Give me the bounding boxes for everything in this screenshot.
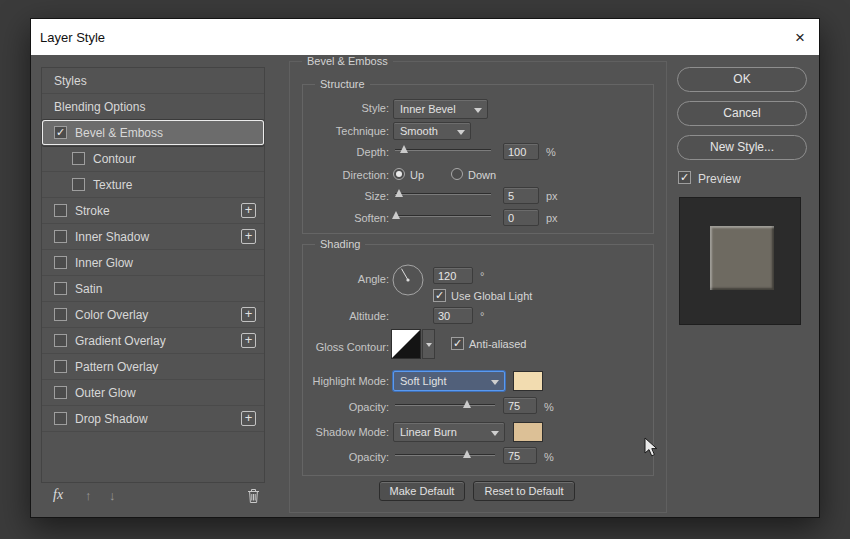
shadow-color-swatch[interactable] xyxy=(513,422,543,442)
direction-up-radio[interactable] xyxy=(393,168,405,180)
angle-input[interactable] xyxy=(433,267,473,284)
sidebar-item-outer-glow[interactable]: Outer Glow xyxy=(42,380,264,406)
fx-icon[interactable]: fx xyxy=(53,487,63,503)
angle-label: Angle: xyxy=(303,273,389,285)
reset-to-default-button[interactable]: Reset to Default xyxy=(473,481,575,501)
checkbox-unchecked[interactable] xyxy=(54,256,67,269)
depth-input[interactable] xyxy=(503,143,539,160)
close-icon[interactable]: × xyxy=(795,29,805,46)
angle-dial[interactable] xyxy=(391,263,425,301)
preview-bevel-square xyxy=(710,226,774,290)
sidebar-item-color-overlay[interactable]: Color Overlay + xyxy=(42,302,264,328)
altitude-input[interactable] xyxy=(433,307,473,324)
technique-dropdown[interactable]: Smooth xyxy=(393,122,471,140)
soften-unit: px xyxy=(546,212,558,224)
new-style-button[interactable]: New Style... xyxy=(677,135,807,160)
add-instance-icon[interactable]: + xyxy=(241,307,256,322)
sidebar-item-contour[interactable]: Contour xyxy=(42,146,264,172)
size-slider[interactable] xyxy=(395,186,491,200)
sidebar-item-stroke[interactable]: Stroke + xyxy=(42,198,264,224)
sidebar-footer: fx ↑ ↓ xyxy=(41,487,265,507)
slider-thumb[interactable] xyxy=(463,400,471,408)
angle-unit: ° xyxy=(480,270,484,282)
ok-button[interactable]: OK xyxy=(677,67,807,92)
sidebar-item-drop-shadow[interactable]: Drop Shadow + xyxy=(42,406,264,432)
slider-thumb[interactable] xyxy=(463,450,471,458)
slider-thumb[interactable] xyxy=(395,189,403,197)
soften-input[interactable] xyxy=(503,209,539,226)
checkbox-checked[interactable]: ✓ xyxy=(54,126,67,139)
add-instance-icon[interactable]: + xyxy=(241,411,256,426)
altitude-label: Altitude: xyxy=(303,310,389,322)
sidebar-item-styles[interactable]: Styles xyxy=(42,68,264,94)
chevron-down-icon xyxy=(457,130,465,135)
highlight-opacity-input[interactable] xyxy=(503,397,537,414)
cancel-button[interactable]: Cancel xyxy=(677,101,807,126)
checkbox-unchecked[interactable] xyxy=(72,152,85,165)
make-default-button[interactable]: Make Default xyxy=(379,481,465,501)
sidebar-item-label: Contour xyxy=(93,152,136,166)
highlight-opacity-slider[interactable] xyxy=(395,397,495,411)
checkbox-unchecked[interactable] xyxy=(54,360,67,373)
contour-thumbnail[interactable] xyxy=(391,329,421,359)
highlight-color-swatch[interactable] xyxy=(513,371,543,391)
slider-thumb[interactable] xyxy=(400,145,408,153)
style-dropdown[interactable]: Inner Bevel xyxy=(393,99,488,119)
sidebar-item-inner-glow[interactable]: Inner Glow xyxy=(42,250,264,276)
chevron-down-icon xyxy=(474,108,482,113)
soften-slider[interactable] xyxy=(395,208,491,222)
slider-track xyxy=(395,149,491,151)
preview-label: Preview xyxy=(698,172,741,186)
move-down-icon[interactable]: ↓ xyxy=(109,488,116,503)
sidebar-item-label: Inner Shadow xyxy=(75,230,149,244)
sidebar-item-texture[interactable]: Texture xyxy=(42,172,264,198)
shadow-mode-dropdown[interactable]: Linear Burn xyxy=(393,422,505,442)
anti-aliased-checkbox[interactable]: ✓ xyxy=(451,337,464,350)
contour-dropdown-button[interactable] xyxy=(422,329,435,359)
styles-list: Styles Blending Options ✓ Bevel & Emboss… xyxy=(41,67,265,483)
highlight-mode-value: Soft Light xyxy=(400,375,446,387)
checkbox-unchecked[interactable] xyxy=(54,412,67,425)
shadow-mode-value: Linear Burn xyxy=(400,426,457,438)
sidebar-item-pattern-overlay[interactable]: Pattern Overlay xyxy=(42,354,264,380)
sidebar-item-blending-options[interactable]: Blending Options xyxy=(42,94,264,120)
altitude-unit: ° xyxy=(480,310,484,322)
highlight-mode-dropdown[interactable]: Soft Light xyxy=(393,371,505,391)
checkbox-unchecked[interactable] xyxy=(54,230,67,243)
check-icon: ✓ xyxy=(453,338,462,349)
sidebar-item-gradient-overlay[interactable]: Gradient Overlay + xyxy=(42,328,264,354)
style-label: Style: xyxy=(303,102,389,114)
checkbox-unchecked[interactable] xyxy=(54,282,67,295)
move-up-icon[interactable]: ↑ xyxy=(85,488,92,503)
panel-title: Bevel & Emboss xyxy=(302,55,393,67)
preview-checkbox[interactable]: ✓ xyxy=(678,171,691,184)
shadow-opacity-input[interactable] xyxy=(503,447,537,464)
add-instance-icon[interactable]: + xyxy=(241,333,256,348)
chevron-down-icon xyxy=(426,343,432,347)
check-icon: ✓ xyxy=(56,127,65,138)
use-global-light-checkbox[interactable]: ✓ xyxy=(433,289,446,302)
sidebar-item-satin[interactable]: Satin xyxy=(42,276,264,302)
direction-down-radio[interactable] xyxy=(451,168,463,180)
shadow-opacity-slider[interactable] xyxy=(395,447,495,461)
mouse-cursor xyxy=(644,437,659,462)
add-instance-icon[interactable]: + xyxy=(241,203,256,218)
checkbox-unchecked[interactable] xyxy=(72,178,85,191)
gloss-contour-picker[interactable] xyxy=(391,329,435,360)
sidebar-item-bevel-emboss[interactable]: ✓ Bevel & Emboss xyxy=(42,120,264,146)
preview-thumbnail xyxy=(679,197,801,325)
highlight-mode-label: Highlight Mode: xyxy=(303,375,389,387)
sidebar-item-label: Blending Options xyxy=(54,100,145,114)
checkbox-unchecked[interactable] xyxy=(54,204,67,217)
checkbox-unchecked[interactable] xyxy=(54,386,67,399)
delete-effect-icon[interactable] xyxy=(247,488,260,508)
size-input[interactable] xyxy=(503,187,539,204)
sidebar-item-label: Styles xyxy=(54,74,87,88)
add-instance-icon[interactable]: + xyxy=(241,229,256,244)
sidebar-item-inner-shadow[interactable]: Inner Shadow + xyxy=(42,224,264,250)
checkbox-unchecked[interactable] xyxy=(54,308,67,321)
depth-slider[interactable] xyxy=(395,142,491,156)
checkbox-unchecked[interactable] xyxy=(54,334,67,347)
slider-thumb[interactable] xyxy=(392,211,400,219)
direction-up-label: Up xyxy=(410,169,424,181)
